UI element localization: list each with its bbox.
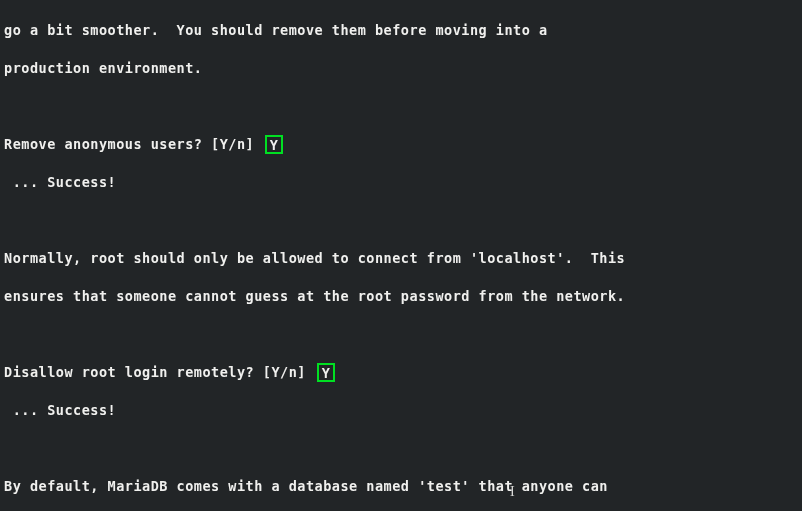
output-line: ... Success! xyxy=(4,401,798,420)
blank-line xyxy=(4,439,798,458)
output-line: ... Success! xyxy=(4,173,798,192)
prompt-line: Disallow root login remotely? [Y/n] Y xyxy=(4,363,798,382)
output-line: go a bit smoother. You should remove the… xyxy=(4,21,798,40)
blank-line xyxy=(4,325,798,344)
user-answer-highlight: Y xyxy=(265,135,284,154)
prompt-line: Remove anonymous users? [Y/n] Y xyxy=(4,135,798,154)
prompt-text: Disallow root login remotely? [Y/n] xyxy=(4,364,306,380)
output-line: ensures that someone cannot guess at the… xyxy=(4,287,798,306)
blank-line xyxy=(4,211,798,230)
output-line: By default, MariaDB comes with a databas… xyxy=(4,477,798,496)
output-line: production environment. xyxy=(4,59,798,78)
blank-line xyxy=(4,97,798,116)
prompt-text: Remove anonymous users? [Y/n] xyxy=(4,136,254,152)
output-line: Normally, root should only be allowed to… xyxy=(4,249,798,268)
terminal-output[interactable]: go a bit smoother. You should remove the… xyxy=(0,0,802,511)
user-answer-highlight: Y xyxy=(317,363,336,382)
